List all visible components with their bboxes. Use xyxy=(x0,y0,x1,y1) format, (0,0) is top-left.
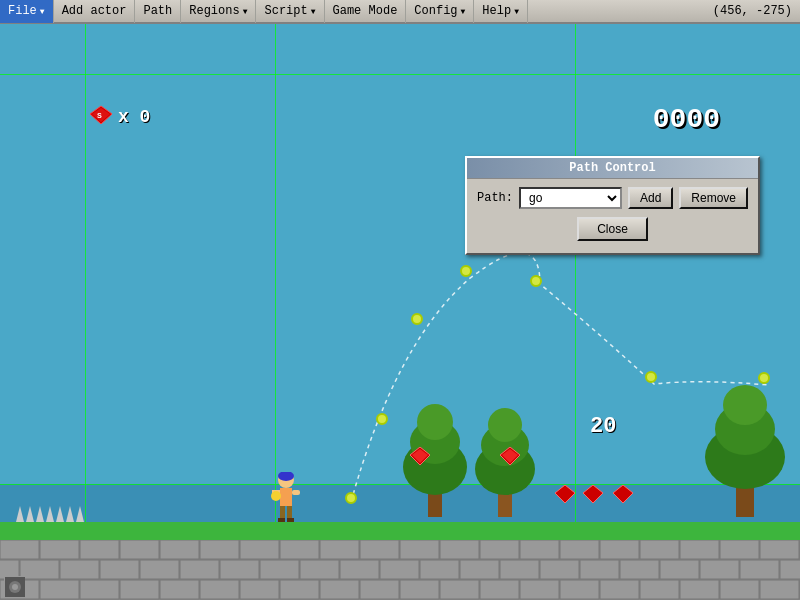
tree-3 xyxy=(700,367,790,522)
svg-text:S: S xyxy=(97,111,102,120)
svg-rect-67 xyxy=(760,580,799,599)
svg-rect-40 xyxy=(620,560,659,579)
path-dot-5[interactable] xyxy=(530,275,542,287)
menu-config[interactable]: Config ▼ xyxy=(406,0,474,23)
svg-rect-53 xyxy=(200,580,239,599)
svg-rect-35 xyxy=(420,560,459,579)
path-dot-4[interactable] xyxy=(460,265,472,277)
svg-rect-30 xyxy=(220,560,259,579)
svg-rect-38 xyxy=(540,560,579,579)
svg-rect-26 xyxy=(60,560,99,579)
svg-rect-61 xyxy=(520,580,559,599)
grid-line-v3 xyxy=(575,24,576,600)
svg-rect-2 xyxy=(0,540,39,559)
svg-rect-59 xyxy=(440,580,479,599)
menu-file[interactable]: File ▼ xyxy=(0,0,54,23)
path-dot-3[interactable] xyxy=(411,313,423,325)
coordinates-display: (456, -275) xyxy=(713,4,800,18)
spike xyxy=(46,506,54,522)
svg-rect-12 xyxy=(400,540,439,559)
svg-rect-4 xyxy=(80,540,119,559)
svg-rect-36 xyxy=(460,560,499,579)
svg-point-101 xyxy=(271,491,281,501)
svg-rect-34 xyxy=(380,560,419,579)
svg-rect-10 xyxy=(320,540,359,559)
grid-line-h1 xyxy=(0,74,800,75)
svg-rect-5 xyxy=(120,540,159,559)
svg-rect-52 xyxy=(160,580,199,599)
svg-rect-54 xyxy=(240,580,279,599)
svg-rect-62 xyxy=(560,580,599,599)
svg-point-104 xyxy=(12,584,18,590)
path-dot-2[interactable] xyxy=(376,413,388,425)
spike xyxy=(26,506,34,522)
hud-heart-gem: S xyxy=(90,104,112,129)
menu-path[interactable]: Path xyxy=(135,0,181,23)
path-select[interactable]: go xyxy=(519,187,622,209)
path-label: Path: xyxy=(477,191,513,205)
svg-rect-29 xyxy=(180,560,219,579)
menu-game-mode[interactable]: Game Mode xyxy=(325,0,407,23)
svg-rect-94 xyxy=(280,488,292,506)
svg-rect-60 xyxy=(480,580,519,599)
svg-rect-33 xyxy=(340,560,379,579)
svg-rect-42 xyxy=(700,560,739,579)
menu-help[interactable]: Help ▼ xyxy=(474,0,528,23)
menu-script[interactable]: Script ▼ xyxy=(256,0,324,23)
svg-rect-28 xyxy=(140,560,179,579)
remove-button[interactable]: Remove xyxy=(679,187,748,209)
score-display: 0000 xyxy=(653,104,720,135)
svg-rect-25 xyxy=(20,560,59,579)
path-row: Path: go Add Remove xyxy=(477,187,748,209)
spike xyxy=(76,506,84,522)
svg-rect-58 xyxy=(400,580,439,599)
svg-rect-51 xyxy=(120,580,159,599)
add-button[interactable]: Add xyxy=(628,187,673,209)
bottom-left-icon xyxy=(4,576,24,596)
stone-ground xyxy=(0,540,800,600)
svg-rect-97 xyxy=(280,506,285,520)
svg-rect-39 xyxy=(580,560,619,579)
svg-rect-44 xyxy=(780,560,800,579)
close-row: Close xyxy=(477,217,748,241)
menu-add-actor[interactable]: Add actor xyxy=(54,0,136,23)
lives-count: x 0 xyxy=(118,107,150,127)
svg-rect-56 xyxy=(320,580,359,599)
svg-marker-86 xyxy=(555,485,575,503)
menu-regions[interactable]: Regions ▼ xyxy=(181,0,256,23)
svg-rect-8 xyxy=(240,540,279,559)
svg-rect-64 xyxy=(640,580,679,599)
menu-bar: File ▼ Add actor Path Regions ▼ Script ▼… xyxy=(0,0,800,24)
svg-rect-21 xyxy=(760,540,799,559)
svg-rect-99 xyxy=(278,518,285,522)
svg-rect-50 xyxy=(80,580,119,599)
svg-rect-17 xyxy=(600,540,639,559)
svg-rect-7 xyxy=(200,540,239,559)
grid-line-v1 xyxy=(85,24,86,600)
spike xyxy=(36,506,44,522)
svg-rect-100 xyxy=(287,518,294,522)
svg-rect-6 xyxy=(160,540,199,559)
svg-rect-55 xyxy=(280,580,319,599)
svg-rect-11 xyxy=(360,540,399,559)
svg-rect-49 xyxy=(40,580,79,599)
path-control-dialog: Path Control Path: go Add Remove Close xyxy=(465,156,760,255)
svg-rect-14 xyxy=(480,540,519,559)
svg-rect-65 xyxy=(680,580,719,599)
number-label: 20 xyxy=(590,414,616,439)
svg-rect-66 xyxy=(720,580,759,599)
gem-1 xyxy=(410,447,430,470)
spikes xyxy=(15,506,85,522)
dialog-body: Path: go Add Remove Close xyxy=(467,179,758,253)
path-dot-6[interactable] xyxy=(645,371,657,383)
close-button[interactable]: Close xyxy=(577,217,648,241)
path-dot-1[interactable] xyxy=(345,492,357,504)
gem-5 xyxy=(613,485,633,508)
svg-rect-19 xyxy=(680,540,719,559)
spike xyxy=(66,506,74,522)
svg-rect-57 xyxy=(360,580,399,599)
svg-point-77 xyxy=(488,408,522,442)
svg-rect-37 xyxy=(500,560,539,579)
svg-rect-41 xyxy=(660,560,699,579)
spike xyxy=(16,506,24,522)
